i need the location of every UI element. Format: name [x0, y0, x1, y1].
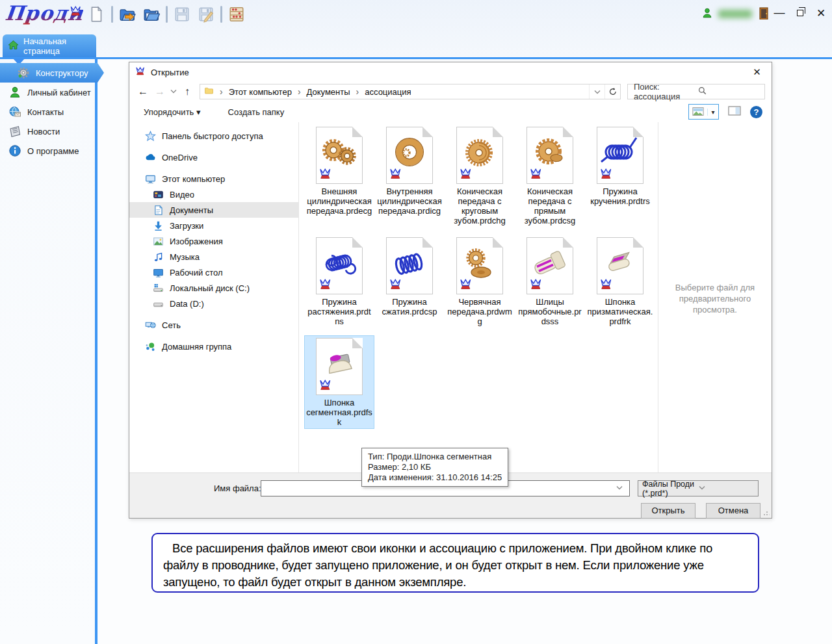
- open-file-button[interactable]: [118, 5, 137, 24]
- sidebar: КонструкторуЛичный кабинетКонтактыНовост…: [0, 63, 105, 161]
- sidebar-item-info[interactable]: О программе: [0, 141, 95, 161]
- open-file-icon: [119, 6, 136, 23]
- file-name: Внешняя цилиндрическая передача.prdecg: [306, 187, 372, 216]
- tree-item-label: Data (D:): [170, 299, 204, 309]
- file-item[interactable]: Пружина растяжения.prdtns: [304, 235, 374, 328]
- breadcrumb[interactable]: ›Этот компьютер›Документы›ассоциация: [200, 84, 621, 99]
- folder-icon: [200, 86, 216, 97]
- open-project-button[interactable]: [142, 5, 161, 24]
- open-project-icon: [143, 6, 160, 23]
- tree-item-quick-access[interactable]: Панель быстрого доступа: [129, 128, 298, 144]
- refresh-icon[interactable]: [604, 84, 620, 99]
- user-icon: [701, 7, 713, 21]
- tree-item-downloads[interactable]: Загрузки: [129, 218, 298, 233]
- tree-item-computer[interactable]: Этот компьютер: [129, 171, 298, 187]
- note-text: Все расширения файлов имеют свои иконки …: [163, 540, 748, 591]
- tree-item-disk[interactable]: Data (D:): [129, 296, 298, 311]
- tree-item-onedrive[interactable]: OneDrive: [129, 149, 298, 165]
- resize-grip[interactable]: [763, 509, 770, 516]
- file-tooltip: Тип: Проди.Шпонка сегментная Размер: 2,1…: [361, 448, 508, 487]
- file-item[interactable]: Шлицы прямобочные.prdsss: [515, 235, 585, 328]
- restore-button[interactable]: [793, 5, 807, 21]
- tree-item-disk-windows[interactable]: Локальный диск (C:): [129, 280, 298, 296]
- file-item[interactable]: Внутренняя цилиндрическая передача.prdic…: [374, 125, 445, 227]
- caret-down-icon: ▾: [196, 107, 201, 117]
- file-item[interactable]: Червячная передача.prdwmg: [445, 235, 515, 328]
- file-item[interactable]: Пружина сжатия.prdcsp: [374, 235, 445, 328]
- sidebar-item-news[interactable]: Новости: [0, 122, 95, 141]
- dialog-close-button[interactable]: ✕: [742, 62, 772, 81]
- filename-chevron-icon[interactable]: [616, 483, 623, 493]
- prodi-badge-icon: [318, 379, 332, 393]
- save-as-button[interactable]: [196, 5, 216, 24]
- folder-tree: Панель быстрого доступаOneDriveЭтот комп…: [129, 122, 298, 472]
- toolbar-separator: [166, 6, 168, 23]
- file-item[interactable]: Коническая передача с круговым зубом.prd…: [445, 125, 515, 227]
- new-folder-button[interactable]: Создать папку: [228, 107, 285, 117]
- organize-button[interactable]: Упорядочить ▾: [144, 107, 201, 117]
- person-icon: [701, 7, 713, 19]
- view-mode-caret-icon[interactable]: ▾: [707, 109, 718, 116]
- history-chevron-icon[interactable]: [170, 87, 177, 97]
- tree-item-label: Этот компьютер: [162, 174, 225, 184]
- file-row: Шпонка сегментная.prdfsk: [304, 336, 658, 428]
- sidebar-item-contacts[interactable]: Контакты: [0, 102, 95, 122]
- file-page-icon: [597, 237, 644, 294]
- disk-icon: [153, 298, 164, 309]
- new-document-button[interactable]: [87, 5, 107, 24]
- video-icon: [153, 189, 164, 200]
- close-button[interactable]: ✕: [814, 5, 828, 21]
- sidebar-item-label: Новости: [27, 127, 60, 136]
- contacts-icon: [8, 105, 21, 118]
- prodi-badge-icon: [388, 278, 402, 292]
- up-icon[interactable]: ↑: [180, 86, 194, 97]
- search-text: Поиск: ассоциация: [634, 82, 697, 101]
- address-chevron-icon[interactable]: [589, 84, 604, 99]
- save-button[interactable]: [172, 5, 192, 24]
- back-icon[interactable]: ←: [136, 86, 150, 97]
- prodi-badge-icon: [528, 278, 543, 290]
- search-icon[interactable]: [697, 86, 761, 97]
- computer-icon: [145, 174, 156, 185]
- tree-item-documents[interactable]: Документы: [129, 202, 298, 218]
- tree-item-label: Видео: [170, 190, 194, 200]
- file-page-icon: [456, 127, 503, 184]
- search-input[interactable]: Поиск: ассоциация: [627, 84, 765, 99]
- open-dialog: Открытие ✕ ← → ↑ ›Этот компьютер›Докумен…: [129, 62, 772, 519]
- tree-item-desktop[interactable]: Рабочий стол: [129, 264, 298, 280]
- file-item[interactable]: Шпонка призматическая.prdfrk: [585, 235, 655, 328]
- tree-item-homegroup[interactable]: Домашняя группа: [129, 339, 298, 354]
- breadcrumb-item[interactable]: Документы: [304, 87, 353, 97]
- prodi-badge-icon: [318, 379, 332, 391]
- forward-icon[interactable]: →: [153, 86, 167, 97]
- calculator-button[interactable]: [227, 5, 246, 24]
- tab-home-page[interactable]: Начальная страница: [3, 34, 96, 57]
- tree-item-network[interactable]: Сеть: [129, 317, 298, 333]
- sidebar-item-gear[interactable]: Конструктору: [0, 63, 104, 83]
- filetype-select[interactable]: Файлы Проди (*.prd*): [638, 480, 759, 496]
- file-item[interactable]: Внешняя цилиндрическая передача.prdecg: [304, 125, 374, 227]
- file-item[interactable]: Коническая передача с прямым зубом.prdcs…: [515, 125, 585, 227]
- file-page-icon: [526, 237, 573, 294]
- prodi-badge-icon: [388, 168, 402, 182]
- tree-item-video[interactable]: Видео: [129, 187, 298, 202]
- prodi-badge-icon: [528, 168, 543, 180]
- documents-icon: [153, 205, 164, 216]
- open-button[interactable]: Открыть: [641, 503, 696, 519]
- file-item[interactable]: Пружина кручения.prdtrs: [585, 125, 655, 227]
- sidebar-item-person[interactable]: Личный кабинет: [0, 83, 95, 102]
- minimize-button[interactable]: —: [772, 5, 786, 21]
- tree-item-music[interactable]: Музыка: [129, 249, 298, 264]
- tree-item-pictures[interactable]: Изображения: [129, 233, 298, 249]
- preview-pane-button[interactable]: [728, 105, 741, 120]
- save-as-icon: [198, 6, 214, 23]
- breadcrumb-item[interactable]: ассоциация: [362, 87, 413, 97]
- breadcrumb-item[interactable]: Этот компьютер: [226, 87, 294, 97]
- help-button[interactable]: ?: [750, 106, 762, 118]
- cancel-button[interactable]: Отмена: [706, 503, 760, 519]
- view-mode-button[interactable]: ▾: [688, 104, 719, 120]
- exit-door-button[interactable]: [757, 6, 770, 21]
- chevron-down-icon: [698, 483, 706, 491]
- file-item[interactable]: Шпонка сегментная.prdfsk: [304, 336, 374, 428]
- person-icon: [8, 86, 21, 99]
